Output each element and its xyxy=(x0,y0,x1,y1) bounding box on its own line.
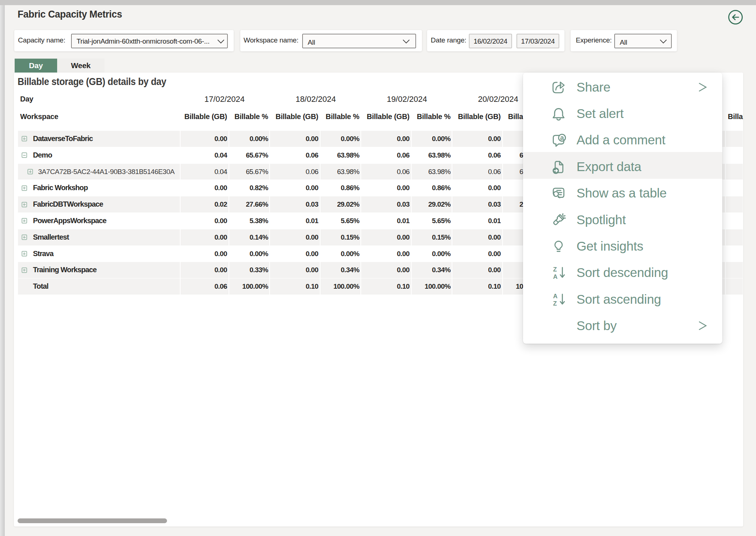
svg-text:Z: Z xyxy=(553,266,557,273)
svg-text:a: a xyxy=(560,134,564,141)
svg-text:A: A xyxy=(553,273,557,280)
svg-text:A: A xyxy=(553,293,557,300)
svg-text:Z: Z xyxy=(553,300,557,307)
